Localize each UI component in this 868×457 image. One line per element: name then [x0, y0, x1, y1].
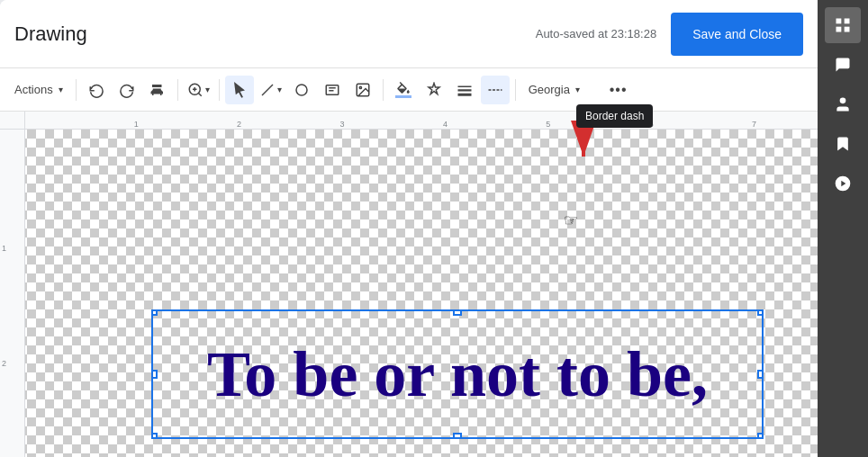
resize-handle-tr[interactable] [757, 309, 764, 316]
toolbar-divider-2 [177, 79, 178, 101]
shape-icon [294, 82, 310, 98]
ruler-h-mark-5: 5 [546, 120, 550, 129]
undo-icon [88, 82, 104, 98]
ruler-v-mark-2: 2 [2, 359, 6, 368]
svg-point-9 [359, 86, 361, 88]
border-weight-button[interactable] [450, 76, 479, 104]
svg-rect-10 [457, 85, 471, 87]
resize-handle-mr[interactable] [757, 370, 764, 379]
border-dash-button[interactable] [481, 76, 510, 104]
svg-rect-21 [836, 27, 842, 32]
image-button[interactable] [348, 76, 377, 104]
ruler-h-mark-7: 7 [752, 120, 756, 129]
resize-handle-bl[interactable] [151, 433, 158, 439]
sidebar-icon-person[interactable] [825, 86, 861, 122]
svg-rect-16 [501, 89, 502, 91]
canvas-area: 1 2 3 4 5 6 7 1 2 [0, 112, 818, 457]
paint-format-button[interactable] [143, 76, 172, 104]
more-options-icon: ••• [610, 82, 628, 98]
svg-rect-12 [457, 93, 471, 95]
svg-rect-20 [845, 19, 850, 24]
line-button[interactable]: ▾ [256, 76, 285, 104]
resize-handle-br[interactable] [757, 433, 764, 439]
line-icon [259, 82, 276, 98]
sidebar-icon-bookmark[interactable] [825, 126, 861, 162]
fill-color-button[interactable] [389, 76, 418, 104]
actions-dropdown-arrow: ▾ [59, 85, 63, 94]
svg-line-3 [262, 85, 273, 95]
text-box-container[interactable]: To be or not to be, [151, 309, 764, 439]
sidebar-icon-grid[interactable] [825, 7, 861, 43]
header: Drawing Auto-saved at 23:18:28 Save and … [0, 0, 818, 68]
ruler-h-mark-3: 3 [339, 120, 344, 129]
actions-label: Actions [14, 83, 53, 96]
toolbar-divider-5 [515, 79, 516, 101]
svg-rect-13 [488, 89, 491, 91]
sidebar-icon-play[interactable] [825, 166, 861, 202]
page-title: Drawing [14, 22, 87, 46]
ruler-corner [0, 112, 25, 130]
svg-rect-11 [457, 89, 471, 91]
svg-rect-22 [845, 27, 850, 32]
main-container: Drawing Auto-saved at 23:18:28 Save and … [0, 0, 818, 457]
font-name-label: Georgia [529, 83, 570, 96]
person-icon [834, 95, 852, 113]
chat-icon [834, 56, 852, 74]
play-icon [834, 175, 852, 193]
actions-button[interactable]: Actions ▾ [7, 76, 70, 104]
select-button[interactable] [225, 76, 254, 104]
textbox-icon [324, 82, 340, 98]
textbox-button[interactable] [318, 76, 347, 104]
image-icon [355, 82, 371, 98]
resize-handle-bm[interactable] [453, 433, 462, 439]
svg-rect-15 [496, 89, 499, 91]
resize-handle-tl[interactable] [151, 309, 158, 316]
ruler-h-mark-4: 4 [443, 120, 448, 129]
drawing-canvas[interactable]: To be or not to be, [25, 130, 818, 457]
border-color-icon [426, 82, 442, 98]
zoom-icon [187, 82, 203, 98]
svg-rect-14 [493, 89, 495, 91]
grid-icon [834, 16, 852, 34]
shape-button[interactable] [287, 76, 316, 104]
toolbar-divider-4 [383, 79, 384, 101]
border-dash-icon [487, 82, 503, 98]
redo-button[interactable] [113, 76, 141, 104]
sidebar-icon-chat[interactable] [825, 47, 861, 83]
zoom-dropdown-arrow: ▾ [205, 85, 210, 94]
toolbar-divider-1 [76, 79, 77, 101]
undo-button[interactable] [82, 76, 111, 104]
svg-point-23 [840, 98, 846, 104]
line-dropdown-arrow: ▾ [277, 85, 282, 94]
ruler-h-mark-1: 1 [134, 120, 139, 129]
right-sidebar [818, 0, 868, 457]
paint-format-icon [149, 82, 166, 98]
fill-color-icon [395, 82, 411, 98]
bookmark-icon [834, 135, 852, 153]
border-weight-icon [457, 82, 473, 98]
svg-point-4 [296, 85, 307, 95]
border-color-button[interactable] [420, 76, 448, 104]
save-close-button[interactable]: Save and Close [671, 13, 803, 56]
cursor-icon [231, 82, 248, 98]
more-options-button[interactable]: ••• [604, 76, 633, 104]
auto-saved-label: Auto-saved at 23:18:28 [536, 27, 656, 40]
svg-rect-19 [836, 19, 842, 24]
resize-handle-tm[interactable] [453, 309, 462, 316]
horizontal-ruler: 1 2 3 4 5 6 7 [25, 112, 818, 130]
vertical-ruler: 1 2 [0, 130, 25, 457]
text-box-content: To be or not to be, [189, 328, 726, 421]
ruler-h-mark-6: 6 [649, 120, 654, 129]
redo-icon [119, 82, 135, 98]
selected-text-box[interactable]: To be or not to be, [151, 309, 764, 439]
zoom-button[interactable]: ▾ [184, 76, 213, 104]
ruler-h-mark-2: 2 [237, 120, 241, 129]
font-selector[interactable]: Georgia ▾ [521, 76, 602, 104]
toolbar: Actions ▾ ▾ [0, 68, 818, 112]
toolbar-divider-3 [219, 79, 220, 101]
resize-handle-ml[interactable] [151, 370, 158, 379]
ruler-v-mark-1: 1 [2, 244, 6, 253]
font-dropdown-arrow: ▾ [575, 85, 580, 94]
